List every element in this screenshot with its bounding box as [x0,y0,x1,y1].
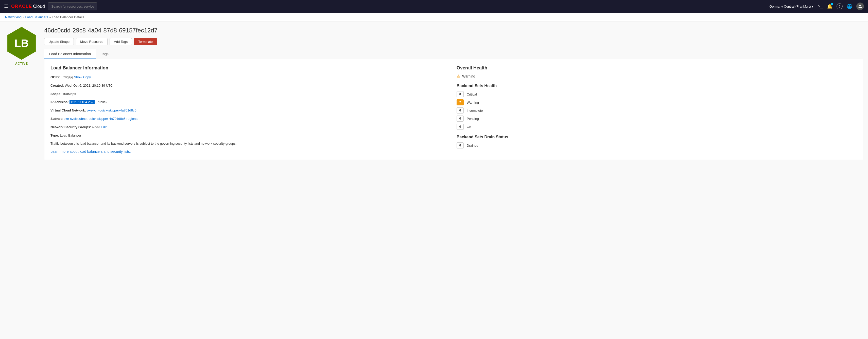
tabs: Load Balancer Information Tags [44,49,863,59]
health-row-warning: 2 Warning [457,99,857,105]
critical-label: Critical [467,93,477,96]
health-warning: ⚠ Warning [457,74,857,78]
tab-tags[interactable]: Tags [96,49,114,59]
action-buttons: Update Shape Move Resource Add Tags Term… [44,38,863,45]
terminal-icon[interactable]: >_ [817,4,823,9]
resource-info: 46dc0cdd-29c8-4a04-87d8-69157fec12d7 Upd… [44,27,863,160]
breadcrumb-current: Load Balancer Details [52,15,84,19]
nsg-none: None [92,125,100,129]
pending-badge: 0 [457,115,464,122]
info-section: Load Balancer Information OCID: ...fwgaj… [51,65,451,154]
type-row: Type: Load Balancer [51,133,451,138]
hamburger-menu-icon[interactable]: ☰ [4,4,8,9]
ip-address-row: IP Address: 152.70.164.252 (Public) [51,100,451,105]
globe-icon[interactable]: 🌐 [847,4,852,9]
cloud-text: Cloud [33,4,45,9]
created-row: Created: Wed, Oct 6, 2021, 20:10:39 UTC [51,83,451,89]
ocid-label: OCID: [51,75,60,79]
resource-icon: LB [5,27,38,60]
ip-address-label: IP Address: [51,100,69,104]
warning-badge: 2 [457,99,464,105]
health-status: Warning [462,74,475,78]
health-row-pending: 0 Pending [457,115,857,122]
subnet-row: Subnet: oke-svclbsubnet-quick-skipper-4a… [51,116,451,122]
description-text: Traffic between this load balancer and i… [51,141,451,146]
region-chevron-icon: ▾ [812,5,813,8]
health-row-incomplete: 0 Incomplete [457,107,857,113]
header-right: Germany Central (Frankfurt) ▾ >_ 🔔 ? 🌐 [769,3,864,10]
critical-badge: 0 [457,91,464,97]
notification-icon[interactable]: 🔔 [827,4,833,9]
created-label: Created: [51,83,64,88]
backend-sets-health: Backend Sets Health 0 Critical 2 Warning… [457,83,857,130]
content-panel: Load Balancer Information OCID: ...fwgaj… [44,59,863,160]
drain-section: Backend Sets Drain Status 0 Drained [457,135,857,148]
warning-label: Warning [467,101,479,104]
vcn-link[interactable]: oke-vcn-quick-skipper-4a701d8c5 [87,108,136,112]
help-icon[interactable]: ? [837,3,843,9]
oracle-logo: ORACLE Cloud [11,4,45,9]
ocid-row: OCID: ...fwgajq Show Copy [51,75,451,80]
add-tags-button[interactable]: Add Tags [110,38,132,45]
search-input[interactable] [48,2,97,10]
created-value: Wed, Oct 6, 2021, 20:10:39 UTC [65,83,113,88]
shape-row: Shape: 100Mbps [51,92,451,97]
status-badge: ACTIVE [15,62,28,65]
tab-load-balancer-info[interactable]: Load Balancer Information [44,49,96,59]
drained-label: Drained [467,144,478,147]
header: ☰ ORACLE Cloud Germany Central (Frankfur… [0,0,868,13]
resource-id: 46dc0cdd-29c8-4a04-87d8-69157fec12d7 [44,27,863,34]
breadcrumb: Networking » Load Balancers » Load Balan… [0,13,868,22]
header-left: ☰ ORACLE Cloud [4,2,97,10]
drained-badge: 0 [457,142,464,148]
type-value: Load Balancer [60,134,81,137]
type-label: Type: [51,134,59,137]
breadcrumb-sep1: » [23,15,25,19]
breadcrumb-sep2: » [49,15,52,19]
drain-title: Backend Sets Drain Status [457,135,857,139]
oracle-text: ORACLE [11,4,32,9]
notification-dot [831,3,833,5]
nsg-edit-link[interactable]: Edit [101,125,106,129]
vcn-row: Virtual Cloud Network: oke-vcn-quick-ski… [51,108,451,113]
nsg-row: Network Security Groups: None Edit [51,125,451,130]
health-section: Overall Health ⚠ Warning Backend Sets He… [457,65,857,154]
shape-value: 100Mbps [62,92,76,96]
overall-health-title: Overall Health [457,65,857,71]
hexagon-container: LB ACTIVE [5,27,38,65]
info-section-title: Load Balancer Information [51,65,451,71]
learn-more-link[interactable]: Learn more about load balancers and secu… [51,149,131,154]
nsg-label: Network Security Groups: [51,125,91,129]
avatar[interactable] [856,3,864,10]
backend-sets-health-title: Backend Sets Health [457,83,857,88]
resource-header: LB ACTIVE 46dc0cdd-29c8-4a04-87d8-69157f… [5,27,863,160]
region-label: Germany Central (Frankfurt) [769,5,811,8]
shape-label: Shape: [51,92,61,96]
ocid-copy-link[interactable]: Copy [83,75,91,79]
health-row-critical: 0 Critical [457,91,857,97]
update-shape-button[interactable]: Update Shape [44,38,74,45]
ocid-show-link[interactable]: Show [74,75,83,79]
vcn-label: Virtual Cloud Network: [51,108,86,112]
main-content: LB ACTIVE 46dc0cdd-29c8-4a04-87d8-69157f… [0,22,868,335]
breadcrumb-networking[interactable]: Networking [5,15,22,19]
subnet-link[interactable]: oke-svclbsubnet-quick-skipper-4a701d8c5-… [64,117,138,121]
health-row-ok: 0 OK [457,124,857,130]
incomplete-label: Incomplete [467,109,483,112]
breadcrumb-load-balancers[interactable]: Load Balancers [25,15,48,19]
terminate-button[interactable]: Terminate [134,38,157,45]
ocid-value: ...fwgajq [61,75,73,79]
move-resource-button[interactable]: Move Resource [76,38,107,45]
subnet-label: Subnet: [51,117,63,121]
pending-label: Pending [467,117,479,121]
ip-address-link[interactable]: 152.70.164.252 [69,100,94,104]
ok-label: OK [467,125,471,129]
ip-address-type: (Public) [95,100,106,104]
ok-badge: 0 [457,124,464,130]
incomplete-badge: 0 [457,107,464,113]
region-selector[interactable]: Germany Central (Frankfurt) ▾ [769,5,813,8]
drain-row-drained: 0 Drained [457,142,857,148]
warning-icon: ⚠ [457,74,460,78]
